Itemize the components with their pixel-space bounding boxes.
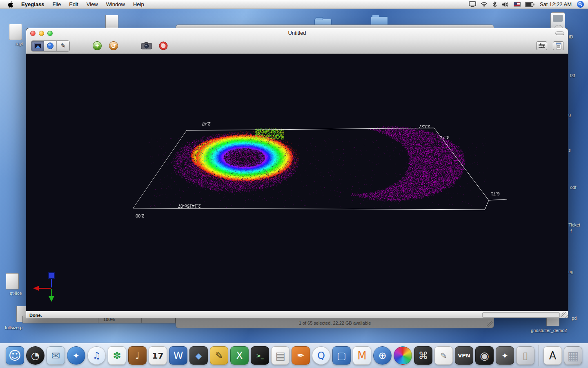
dock-itunes-icon[interactable]: ♫ [87,346,106,365]
dock-textedit-icon[interactable]: ▤ [271,346,290,365]
dock-quicktime-icon[interactable]: Q [312,346,330,365]
volume-icon[interactable] [502,2,509,7]
desktop-icon-label[interactable]: Ticket [568,222,580,227]
settings-sliders-button[interactable] [536,41,547,50]
dock-excel-icon[interactable]: X [230,346,249,365]
pencil-icon: ✎ [60,42,66,49]
dock-stickies-icon[interactable]: ✎ [434,346,453,365]
menu-help[interactable]: Help [129,0,148,9]
horizontal-scrollbar[interactable] [482,312,560,318]
axis-label: 23.27 [419,124,430,129]
dock-mail-glyph: ✉ [51,350,60,361]
dock-pages-icon[interactable]: ✒ [292,346,310,365]
desktop-background: { "menu_bar": { "app_name": "Eyeglass", … [0,0,588,368]
desktop-icon-document[interactable] [9,24,22,40]
inspector-list-button[interactable] [553,41,564,50]
axis-label: 4.77 [440,135,449,140]
orbit-tool-button[interactable] [44,41,57,51]
battery-icon[interactable] [525,2,535,7]
reset-view-button[interactable]: ↺ [109,41,118,50]
desktop-icon-label[interactable]: pd [572,316,577,321]
dock-ical-icon[interactable]: 17 [149,346,167,365]
desktop-icon-label[interactable]: ng [568,269,573,274]
dock-itools-icon[interactable]: ✦ [496,346,514,365]
menu-list: FileEditViewWindowHelp [48,0,148,9]
dock-mail-icon[interactable]: ✉ [47,346,65,365]
plot-canvas[interactable] [26,54,568,311]
dock-safari-icon[interactable]: ✦ [67,346,85,365]
toolbar-toggle-button[interactable] [555,31,564,35]
dock-terminal-icon[interactable]: >_ [251,346,269,365]
dock-vpn-glyph: VPN [458,353,470,358]
menu-window[interactable]: Window [102,0,129,9]
dock-camera-glyph: ◉ [480,350,489,361]
dock-apple-app-icon[interactable]: ⌘ [414,346,432,365]
spotlight-icon[interactable] [577,1,584,8]
dock-fontbook-icon[interactable]: A [543,346,562,365]
desktop-icon-label[interactable]: f [570,229,572,233]
dock-camera-icon[interactable]: ◉ [475,346,494,365]
bluetooth-icon[interactable] [492,1,497,7]
axis-label: 2.47 [202,121,210,126]
dock-terminal-glyph: >_ [256,353,264,359]
dock-messenger-icon[interactable]: M [353,346,371,365]
menu-view[interactable]: View [82,0,102,9]
dock-dashboard-icon[interactable]: ◔ [26,346,45,365]
dock: ☺◔✉✦♫✽♩17W◆✎X>_▤✒Q▢M⊕⌘✎VPN◉✦▯A▦ [0,343,588,368]
dock-word-glyph: W [174,351,183,361]
desktop-icon-label[interactable]: odf [570,185,576,190]
dock-garageband-glyph: ♩ [135,351,140,361]
window-title: Untitled [26,28,568,38]
desktop-icon-label[interactable]: gridstuffer_demo2 [531,328,567,333]
camera-icon [141,42,152,50]
dock-remote-desktop-glyph: ▢ [337,351,346,361]
dock-colorsync-icon[interactable] [394,346,412,365]
desktop-icon-label[interactable]: g [568,112,571,117]
toolbar: ✎ + ↺ [26,38,568,54]
dock-iphoto-icon[interactable]: ✽ [108,346,126,365]
desktop-icon-label[interactable]: s [568,148,571,153]
dock-garageband-icon[interactable]: ♩ [128,346,147,365]
record-button[interactable] [159,41,168,50]
add-button[interactable]: + [93,41,102,50]
input-flag-icon[interactable] [514,2,521,7]
resize-grip[interactable] [561,312,568,318]
axis-label: 2.00 [136,213,144,218]
display-icon[interactable] [469,1,476,7]
desktop-icon-label[interactable]: rayt [16,41,23,46]
desktop-icon-label[interactable]: pg [570,72,575,77]
titlebar[interactable]: Untitled [26,28,568,38]
dock-word-icon[interactable]: W [169,346,187,365]
dock-itools-glyph: ✦ [501,352,508,360]
desktop-icon-label[interactable]: fullsize.p [5,325,22,330]
dock-vpn-icon[interactable]: VPN [455,346,473,365]
menu-eyeglass[interactable]: Eyeglass [17,0,48,9]
draw-tool-button[interactable]: ✎ [57,41,69,51]
toolbar-right-group [536,41,564,50]
background-window-statusbar[interactable]: 1 of 65 selected, 22.22 GB available [176,317,494,328]
dock-safari-glyph: ✦ [73,352,80,360]
tool-segmented-control: ✎ [31,40,70,52]
dock-capsule-icon[interactable]: ▯ [516,346,535,365]
menu-bar-clock[interactable]: Sat 12:22 AM [539,1,572,7]
resize-grip[interactable] [487,321,493,328]
desktop-icon-document[interactable] [6,273,19,289]
menu-edit[interactable]: Edit [65,0,82,9]
dock-remote-desktop-icon[interactable]: ▢ [332,346,351,365]
dock-trash-icon[interactable]: ▦ [564,346,582,365]
dock-sketch-icon[interactable]: ✎ [210,346,228,365]
snapshot-button[interactable] [141,42,152,50]
menu-file[interactable]: File [48,0,65,9]
axis-label: 2.1415e-07 [178,204,201,209]
desktop-icon-label[interactable]: qt-lice [10,291,22,296]
sliders-icon [538,43,546,49]
dock-keynote-icon[interactable]: ◆ [189,346,208,365]
dock-ichat-icon[interactable]: ⊕ [373,346,392,365]
apple-menu[interactable] [4,0,17,9]
dock-finder-icon[interactable]: ☺ [6,346,24,365]
wifi-icon[interactable] [481,2,488,7]
view-tool-button[interactable] [31,41,44,51]
desktop-icon-label[interactable]: iD [569,34,573,39]
apple-logo-icon [8,1,13,8]
window-statusbar: Done. [26,311,568,318]
